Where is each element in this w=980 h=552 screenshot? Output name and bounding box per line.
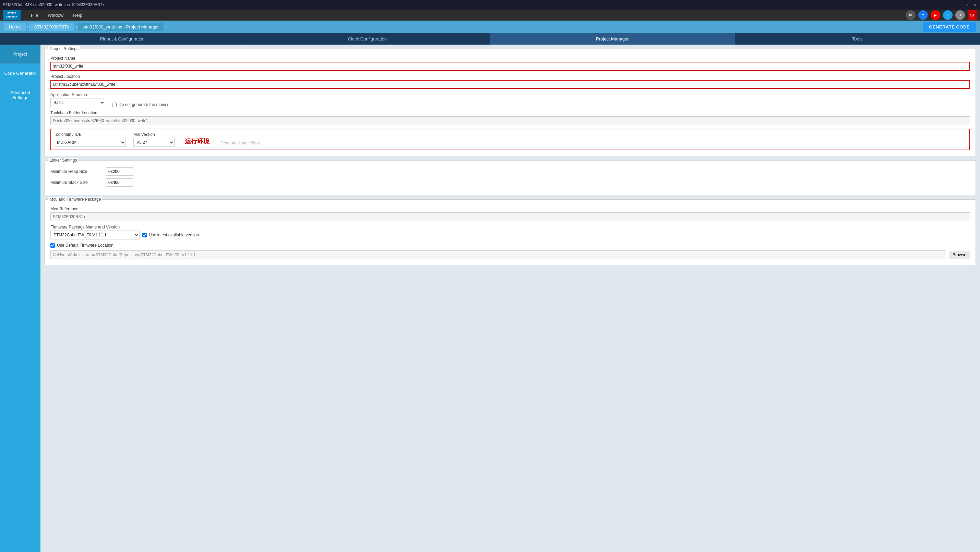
project-name-label: Project Name: [50, 56, 970, 61]
mcu-ref-row: Mcu Reference: [50, 207, 970, 221]
mcu-firmware-title: Mcu and Firmware Package: [48, 197, 102, 202]
project-location-label: Project Location: [50, 74, 970, 79]
do-not-generate-row: Do not generate the main(): [112, 102, 168, 107]
project-name-row: Project Name 项目名称: [50, 56, 970, 71]
min-version-group: Min Version V5.27 V5.26: [134, 132, 178, 147]
use-latest-label: Use latest available version: [149, 233, 199, 238]
tabs-bar: Pinout & Configuration Clock Configurati…: [0, 33, 980, 45]
sidebar-item-code-generator[interactable]: Code Generator: [0, 64, 40, 83]
project-location-input[interactable]: [50, 80, 970, 89]
close-button[interactable]: ✕: [972, 2, 977, 8]
min-heap-label: Minimum Heap Size: [50, 169, 102, 174]
app-structure-label: Application Structure: [50, 92, 105, 97]
project-name-input[interactable]: [50, 62, 970, 71]
breadcrumb-mcu[interactable]: STM32F030R8Tx: [29, 22, 74, 31]
breadcrumb-home[interactable]: Home: [4, 22, 26, 31]
firmware-pkg-select[interactable]: STM32Cube FW_F0 V1.11.1: [50, 231, 140, 239]
social-icons: 10. f ▶ 🐦 ✦ ST: [906, 10, 977, 20]
breadcrumb-arrow-2: ›: [75, 24, 77, 30]
browse-button[interactable]: Browse: [949, 251, 970, 259]
linker-settings-title: Linker Settings: [48, 158, 78, 163]
min-version-label: Min Version: [134, 132, 178, 137]
generate-code-button[interactable]: GENERATE CODE: [923, 22, 976, 32]
do-not-generate-label: Do not generate the main(): [119, 102, 168, 107]
mcu-firmware-section: Mcu and Firmware Package Mcu Reference F…: [45, 199, 976, 265]
use-default-location-label: Use Default Firmware Location: [57, 243, 113, 248]
toolchain-folder-label: Toolchain Folder Location: [50, 110, 970, 115]
firmware-path-input: [50, 250, 946, 259]
toolchain-section: Toolchain / IDE MDK-ARM EWARM SW4STM32 M…: [50, 129, 970, 150]
facebook-icon[interactable]: f: [918, 10, 928, 20]
version-icon: 10.: [906, 10, 916, 20]
menubar: STM32CubeMX File Window Help 10. f ▶ 🐦 ✦…: [0, 10, 980, 21]
project-settings-section: Project Settings Project Name 项目名称 Proje…: [45, 49, 976, 156]
toolchain-version-row: Toolchain / IDE MDK-ARM EWARM SW4STM32 M…: [54, 132, 967, 147]
toolchain-folder-input[interactable]: [50, 116, 970, 125]
mcu-ref-input: [50, 212, 970, 221]
min-stack-input[interactable]: [106, 179, 134, 187]
content-area: Project Settings Project Name 项目名称 Proje…: [40, 45, 980, 552]
use-default-location-row: Use Default Firmware Location: [50, 243, 970, 248]
firmware-pkg-label: Firmware Package Name and Version: [50, 225, 970, 230]
min-heap-input[interactable]: [106, 168, 134, 175]
app-structure-group: Application Structure Basic Advanced: [50, 92, 105, 107]
firmware-select-row: STM32Cube FW_F0 V1.11.1 Use latest avail…: [50, 231, 970, 239]
min-stack-row: Minimum Stack Size: [50, 179, 970, 187]
sidebar: Project Code Generator Advanced Settings: [0, 45, 40, 552]
twitter-icon[interactable]: 🐦: [943, 10, 953, 20]
breadcrumb-project[interactable]: stm32f030_write.ioc - Project Manager: [78, 22, 164, 31]
titlebar-title: STM32CubeMX stm32f030_write.ioc: STM32F0…: [3, 2, 105, 7]
generate-under-root-label: Generate Under Root: [221, 140, 260, 145]
app-logo: STM32CubeMX: [3, 10, 21, 20]
tab-tools[interactable]: Tools: [735, 33, 980, 45]
toolchain-ide-select[interactable]: MDK-ARM EWARM SW4STM32: [54, 138, 126, 147]
app-structure-select[interactable]: Basic Advanced: [50, 98, 105, 107]
annotation-env: 运行环境: [185, 138, 210, 145]
use-latest-checkbox[interactable]: [142, 233, 147, 238]
use-latest-row: Use latest available version: [142, 233, 199, 238]
breadcrumb-bar: Home › STM32F030R8Tx › stm32f030_write.i…: [0, 21, 980, 33]
min-stack-label: Minimum Stack Size: [50, 180, 102, 185]
min-version-select[interactable]: V5.27 V5.26: [134, 138, 175, 147]
tab-pinout[interactable]: Pinout & Configuration: [0, 33, 245, 45]
toolchain-ide-label: Toolchain / IDE: [54, 132, 129, 137]
menu-file[interactable]: File: [26, 11, 43, 19]
breadcrumb-arrow-1: ›: [27, 24, 29, 30]
st-icon[interactable]: ST: [968, 10, 977, 20]
youtube-icon[interactable]: ▶: [931, 10, 940, 20]
mcu-ref-label: Mcu Reference: [50, 207, 970, 211]
app-structure-row: Application Structure Basic Advanced Do …: [50, 92, 970, 107]
minimize-button[interactable]: −: [955, 2, 961, 8]
min-heap-row: Minimum Heap Size: [50, 168, 970, 175]
maximize-button[interactable]: □: [964, 2, 969, 8]
main-area: Project Code Generator Advanced Settings…: [0, 45, 980, 552]
do-not-generate-checkbox[interactable]: [112, 102, 116, 107]
breadcrumb-arrow-3: ›: [165, 24, 167, 30]
titlebar-controls: − □ ✕: [955, 2, 977, 8]
titlebar: STM32CubeMX stm32f030_write.ioc: STM32F0…: [0, 0, 980, 10]
toolchain-folder-row: Toolchain Folder Location: [50, 110, 970, 125]
linker-settings-section: Linker Settings Minimum Heap Size Minimu…: [45, 160, 976, 195]
sidebar-item-project[interactable]: Project: [0, 45, 40, 64]
menu-help[interactable]: Help: [68, 11, 87, 19]
network-icon[interactable]: ✦: [955, 10, 965, 20]
project-settings-title: Project Settings: [48, 46, 80, 51]
toolchain-ide-group: Toolchain / IDE MDK-ARM EWARM SW4STM32: [54, 132, 129, 147]
tab-clock[interactable]: Clock Configuration: [245, 33, 490, 45]
sidebar-item-advanced-settings[interactable]: Advanced Settings: [0, 83, 40, 107]
firmware-path-row: Browse: [50, 250, 970, 259]
use-default-location-checkbox[interactable]: [50, 243, 55, 248]
project-location-row: Project Location 路径: [50, 74, 970, 89]
firmware-pkg-row: Firmware Package Name and Version STM32C…: [50, 225, 970, 239]
menu-window[interactable]: Window: [43, 11, 68, 19]
tab-project-manager[interactable]: Project Manager: [490, 33, 735, 45]
